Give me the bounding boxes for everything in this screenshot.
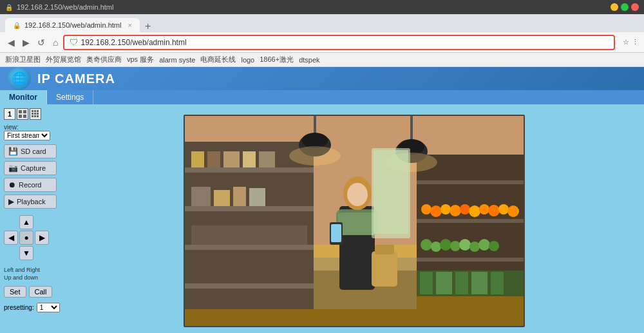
svg-point-50 [469,205,480,217]
bookmark-dtspek[interactable]: dtspek [299,56,319,64]
bookmark-supplier[interactable]: 奥奇供应商 [86,55,122,64]
bookmark-alarm[interactable]: alarm syste [159,56,195,64]
svg-point-51 [479,204,489,214]
svg-rect-21 [191,151,204,167]
app-body: 1 view: First stream [0,104,644,333]
playback-button[interactable]: ▶ Playback [4,195,57,209]
svg-point-62 [489,241,499,251]
svg-rect-42 [417,180,525,184]
tab-close-icon[interactable]: × [128,21,131,29]
capture-button[interactable]: 📷 Capture [4,161,57,175]
tab-bar: 🔒 192.168.2.150/web/admin.html × + [0,14,644,32]
view-select-row: 1 [4,108,61,120]
tab-label: 192.168.2.150/web/admin.html [24,21,121,29]
direction-pad: ▲ ◀ ● ▶ ▼ [4,215,61,260]
dir-down-button[interactable]: ▼ [19,246,33,260]
forward-button[interactable]: ▶ [20,36,32,49]
svg-point-55 [421,239,432,251]
tab-monitor[interactable]: Monitor [0,90,47,104]
grid-icons: 1 [4,108,41,120]
back-button[interactable]: ◀ [5,36,17,49]
grid-4[interactable] [17,108,28,120]
view-label: view: First stream Second stream [4,124,61,140]
grid-1[interactable]: 1 [4,108,15,120]
new-tab-button[interactable]: + [142,21,153,32]
svg-point-61 [478,239,490,251]
titlebar: 🔒 192.168.2.150/web/admin.html [0,0,644,14]
svg-rect-20 [185,283,314,289]
svg-rect-72 [374,150,408,234]
minimize-button[interactable] [611,3,618,11]
titlebar-url: 192.168.2.150/web/admin.html [17,3,607,11]
camera-feed [184,115,525,327]
address-bar-input[interactable] [80,38,609,47]
dir-empty-bl [4,246,18,260]
svg-rect-28 [233,187,246,206]
dir-center-button[interactable]: ● [19,231,33,245]
menu-icon[interactable]: ⋮ [632,38,639,46]
svg-point-46 [430,205,442,217]
svg-rect-34 [338,213,377,235]
app-main [64,104,644,333]
bookmark-weibo[interactable]: 新浪卫星图 [5,55,41,64]
close-button[interactable] [631,3,639,11]
svg-rect-8 [34,113,36,115]
direction-labels: Left and Right Up and down [4,267,61,281]
set-call-row: Set Call [4,286,61,298]
app-container: 🌐 IP CAMERA Monitor Settings 1 [0,67,644,333]
svg-rect-38 [375,245,394,254]
nav-bar: ◀ ▶ ↺ ⌂ 🛡 ☆ ⋮ [0,32,644,53]
nav-right-icons: ☆ ⋮ [623,38,639,46]
bookmark-logo[interactable]: logo [241,56,254,64]
svg-rect-7 [32,113,33,115]
svg-point-47 [440,204,451,214]
app-header: 🌐 IP CAMERA [0,67,644,90]
svg-rect-12 [37,115,39,117]
left-right-label: Left and Right [4,267,61,273]
app-title: IP CAMERA [37,71,115,86]
stream-select[interactable]: First stream Second stream [4,131,50,140]
dir-empty-tr [35,215,49,229]
svg-rect-3 [23,115,26,118]
svg-rect-5 [34,110,36,112]
call-button[interactable]: Call [29,286,53,298]
svg-point-57 [440,239,451,251]
svg-point-59 [459,239,471,251]
up-down-label: Up and down [4,274,61,281]
secure-icon: 🛡 [70,37,78,47]
home-button[interactable]: ⌂ [50,36,61,49]
svg-point-53 [498,204,509,214]
star-icon[interactable]: ☆ [623,38,629,46]
svg-rect-37 [372,251,397,287]
svg-rect-43 [417,219,525,223]
dir-left-button[interactable]: ◀ [4,231,18,245]
svg-rect-77 [471,272,488,294]
svg-point-48 [450,205,461,216]
svg-rect-76 [455,272,468,294]
dir-right-button[interactable]: ▶ [35,231,49,245]
maximize-button[interactable] [621,3,629,11]
refresh-button[interactable]: ↺ [35,36,48,49]
bookmark-extension[interactable]: 电商延长线 [200,55,236,64]
active-tab[interactable]: 🔒 192.168.2.150/web/admin.html × [5,18,140,32]
presetting-row: presetting: 1 2 3 [4,303,61,312]
bookmark-laser[interactable]: 1866+激光 [260,55,294,64]
address-bar-container: 🛡 [63,35,615,50]
svg-point-45 [421,204,431,214]
bookmark-vps[interactable]: vps 服务 [127,55,154,64]
svg-point-54 [507,205,519,217]
svg-rect-30 [191,225,307,245]
svg-rect-19 [185,245,314,250]
app-tabs: Monitor Settings [0,90,644,104]
svg-rect-26 [191,187,211,206]
set-button[interactable]: Set [4,286,26,298]
tab-settings[interactable]: Settings [47,90,93,104]
record-button[interactable]: ⏺ Record [4,178,57,192]
capture-icon: 📷 [8,164,18,173]
grid-9[interactable] [30,108,41,120]
presetting-select[interactable]: 1 2 3 [37,303,60,312]
record-icon: ⏺ [8,180,16,189]
bookmark-expo[interactable]: 外贸展览馆 [46,55,81,64]
dir-up-button[interactable]: ▲ [19,215,33,229]
sd-card-button[interactable]: 💾 SD card [4,144,57,158]
